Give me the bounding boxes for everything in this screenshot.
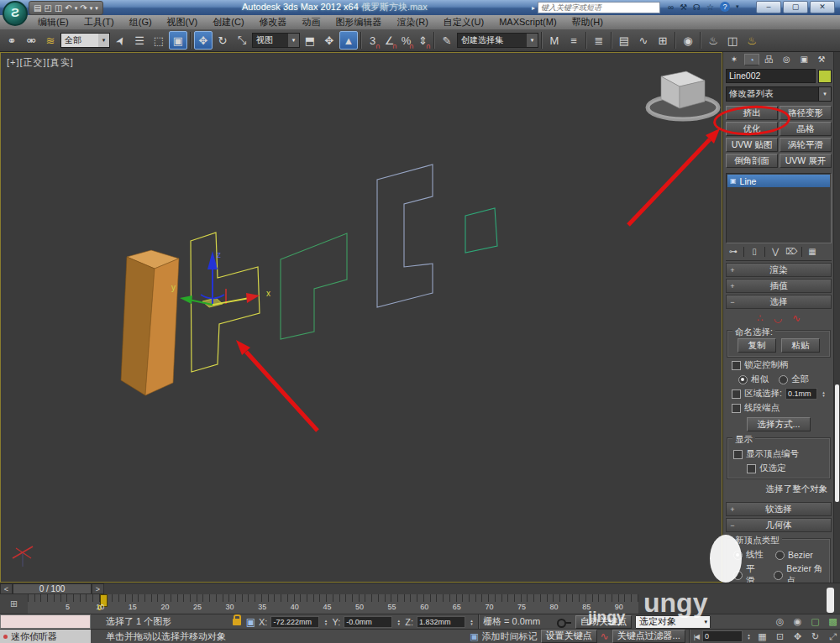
maximize-button[interactable]: ▢ [783,1,808,13]
curve-editor-icon[interactable]: ∿ [634,31,653,50]
object-name-field[interactable]: Line002 [726,69,816,83]
percent-snap-icon[interactable]: %∪ [398,31,414,50]
segment-end-checkbox[interactable] [732,404,741,413]
show-end-result-icon[interactable]: ▯ [747,246,762,258]
rollout-soft-selection[interactable]: + 软选择 [726,502,832,516]
segment-subobject-icon[interactable]: ◡ [774,312,782,324]
save-file-icon[interactable]: ◫ [55,3,62,13]
current-frame-field[interactable]: 0 [702,630,743,642]
area-selection-checkbox[interactable] [732,389,741,399]
open-mini-curve-editor-button[interactable]: ⊞ [0,594,28,614]
show-vertex-numbers-checkbox[interactable] [733,450,743,459]
pin-stack-icon[interactable]: ⊶ [726,246,741,258]
extrude-button[interactable]: 挤出 [726,106,778,120]
rollout-interpolation[interactable]: + 插值 [726,279,832,293]
menu-group[interactable]: 组(G) [122,15,160,29]
search-input[interactable] [538,2,660,13]
pan-icon[interactable]: ✥ [790,630,805,642]
object-color-swatch[interactable] [818,70,832,83]
c-shape-spline-object[interactable] [377,165,433,307]
remove-modifier-icon[interactable]: ⌦ [784,246,799,258]
selection-filter-dropdown[interactable]: 全部 ▾ [60,33,110,48]
all-radio[interactable] [779,375,788,384]
angle-snap-icon[interactable]: ∠∪ [381,31,397,50]
communication-center-icon[interactable]: ☊ [693,3,701,12]
qat-customize-icon[interactable]: ▾ [95,3,98,13]
spinner-down-icon[interactable]: ▾ [323,622,328,625]
linear-radio[interactable] [733,551,743,560]
gizmo-x-arrowhead[interactable] [246,293,260,303]
menu-maxscript[interactable]: MAXScript(M) [491,15,564,29]
render-setup-icon[interactable]: ♨ [704,31,722,50]
lattice-button[interactable]: 晶格 [780,122,832,136]
area-threshold-field[interactable]: 0.1mm [785,388,817,400]
bevel-profile-button[interactable]: 倒角剖面 [726,154,778,168]
paste-button[interactable]: 粘贴 [781,338,820,353]
select-and-scale-icon[interactable]: ⤡ [233,31,251,50]
rectangular-selection-region-icon[interactable]: ⬚ [150,31,168,50]
y-coordinate-field[interactable]: -0.0mm [344,616,392,628]
unlink-selection-icon[interactable]: ⚮ [22,31,40,50]
render-production-icon[interactable]: ♨ [743,31,761,50]
select-and-link-icon[interactable]: ⚭ [3,31,21,50]
modifier-stack[interactable]: ▣ Line [726,173,832,243]
edit-named-sets-icon[interactable]: ✎ [438,31,456,50]
redo-icon[interactable]: ↷ [80,3,87,13]
bezier-corner-radio[interactable] [774,571,783,580]
layer-manager-icon[interactable]: ≣ [590,31,608,50]
select-and-rotate-icon[interactable]: ↻ [213,31,232,50]
extruded-box-object[interactable] [121,250,179,395]
window-crossing-toggle-icon[interactable]: ▣ [169,31,187,50]
menu-rendering[interactable]: 渲染(R) [390,15,436,29]
vertex-subobject-icon[interactable]: ∴ [757,312,764,324]
bezier-radio[interactable] [775,551,785,560]
spline-subobject-icon[interactable]: ∿ [792,312,801,324]
panel-scrollbar-thumb[interactable] [835,384,839,502]
select-and-manipulate-icon[interactable]: ✥ [320,31,339,50]
selection-set-dropdown[interactable]: 选定对象 ▾ [635,615,711,629]
smooth-radio[interactable] [733,571,743,580]
snap-toggle-3d-icon[interactable]: 3∪ [365,31,381,50]
tab-display-icon[interactable]: ▣ [796,54,811,65]
redo-dropdown-icon[interactable]: ▾ [90,3,93,13]
selection-lock-icon[interactable] [233,619,241,625]
material-editor-icon[interactable]: ◉ [679,31,697,50]
tab-hierarchy-icon[interactable]: 品 [762,54,777,65]
help-dropdown-icon[interactable]: ▾ [736,3,739,10]
set-key-button[interactable]: 设置关键点 [541,630,597,643]
add-time-tag-button[interactable]: 添加时间标记 [482,630,538,643]
keyboard-shortcut-toggle-icon[interactable]: ▲ [339,31,358,50]
zoom-extents-all-icon[interactable]: ▩ [826,616,840,628]
zoom-all-icon[interactable]: ◉ [790,616,805,628]
track-bar[interactable]: ⊞ 0 51015202530354045505560657075808590 [0,594,840,614]
previous-frame-button[interactable]: < [0,583,13,594]
absolute-mode-icon[interactable]: ▣ [246,616,255,628]
open-file-icon[interactable]: ◰ [44,3,51,13]
make-unique-icon[interactable]: ⋁ [768,246,783,258]
uvw-unwrap-button[interactable]: UVW 展开 [780,154,832,168]
viewcube[interactable] [648,71,718,119]
x-coordinate-field[interactable]: -72.222mm [270,616,319,628]
zoom-icon[interactable]: ◎ [773,616,787,628]
menu-help[interactable]: 帮助(H) [564,15,611,29]
menu-modifiers[interactable]: 修改器 [252,15,295,29]
use-pivot-center-icon[interactable]: ⬒ [301,31,319,50]
tab-motion-icon[interactable]: ◎ [779,54,794,65]
reference-coordinate-dropdown[interactable]: 视图 ▾ [252,33,300,48]
area-threshold-spinner[interactable]: ▴ ▾ [821,390,827,397]
z-coordinate-field[interactable]: 1.832mm [417,616,465,628]
maxscript-mini-listener[interactable] [0,614,91,629]
copy-button[interactable]: 复制 [738,338,776,353]
menu-create[interactable]: 创建(C) [205,15,251,29]
time-slider-handle[interactable]: 0 / 100 [13,583,92,594]
z-spinner[interactable]: ▴▾ [469,619,475,625]
spinner-down-icon[interactable]: ▾ [396,622,402,625]
menu-animation[interactable]: 动画 [295,15,328,29]
subscription-wrench-icon[interactable]: ⚒ [680,3,687,12]
move-gizmo[interactable]: x y z [171,250,270,307]
spinner-snap-icon[interactable]: ⇕∪ [415,31,431,50]
favorites-star-icon[interactable]: ☆ [706,3,714,12]
select-by-name-icon[interactable]: ☰ [130,31,149,50]
search-arrow-icon[interactable]: ▸ [532,4,535,12]
viewport-orthographic[interactable]: [+][正交][真实] [0,52,722,583]
